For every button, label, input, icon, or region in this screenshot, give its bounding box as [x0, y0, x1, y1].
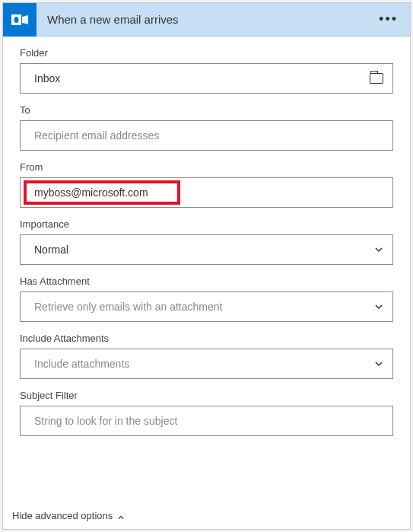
from-input-wrapper[interactable] — [20, 177, 393, 208]
chevron-down-icon — [374, 302, 383, 311]
subject-filter-wrapper[interactable] — [20, 406, 393, 436]
folder-icon — [370, 73, 383, 84]
card-header: When a new email arrives ••• — [3, 3, 410, 37]
subject-filter-input[interactable] — [34, 406, 383, 435]
label-subject-filter: Subject Filter — [20, 390, 393, 401]
to-input-wrapper[interactable] — [20, 120, 393, 151]
field-folder: Folder Inbox — [20, 47, 393, 94]
has-attachment-select[interactable]: Retrieve only emails with an attachment — [20, 291, 393, 322]
field-from: From — [20, 161, 393, 208]
include-attachments-select[interactable]: Include attachments — [20, 349, 393, 379]
chevron-up-icon — [117, 512, 125, 520]
from-input[interactable] — [34, 178, 383, 207]
label-importance: Importance — [20, 218, 393, 230]
label-to: To — [20, 104, 393, 116]
card-body: Folder Inbox To From Importance Normal — [3, 37, 410, 505]
label-folder: Folder — [20, 47, 393, 59]
svg-point-1 — [14, 17, 19, 23]
more-button[interactable]: ••• — [374, 8, 402, 30]
has-attachment-placeholder: Retrieve only emails with an attachment — [34, 301, 374, 313]
field-include-attachments: Include Attachments Include attachments — [20, 333, 393, 379]
chevron-down-icon — [374, 359, 383, 368]
label-has-attachment: Has Attachment — [20, 276, 393, 287]
outlook-icon — [3, 3, 37, 37]
field-has-attachment: Has Attachment Retrieve only emails with… — [20, 276, 393, 322]
importance-value: Normal — [34, 244, 374, 256]
label-from: From — [20, 161, 393, 173]
field-importance: Importance Normal — [20, 218, 393, 265]
folder-value: Inbox — [34, 72, 370, 84]
advanced-options-label: Hide advanced options — [12, 510, 113, 521]
to-input[interactable] — [34, 121, 383, 150]
importance-select[interactable]: Normal — [20, 234, 393, 265]
folder-picker[interactable]: Inbox — [20, 63, 393, 94]
chevron-down-icon — [374, 245, 383, 254]
trigger-card: When a new email arrives ••• Folder Inbo… — [2, 2, 411, 530]
card-title: When a new email arrives — [37, 13, 374, 26]
include-attachments-placeholder: Include attachments — [34, 358, 374, 370]
field-to: To — [20, 104, 393, 151]
advanced-options-toggle[interactable]: Hide advanced options — [3, 505, 410, 529]
label-include-attachments: Include Attachments — [20, 333, 393, 344]
field-subject-filter: Subject Filter — [20, 390, 393, 436]
